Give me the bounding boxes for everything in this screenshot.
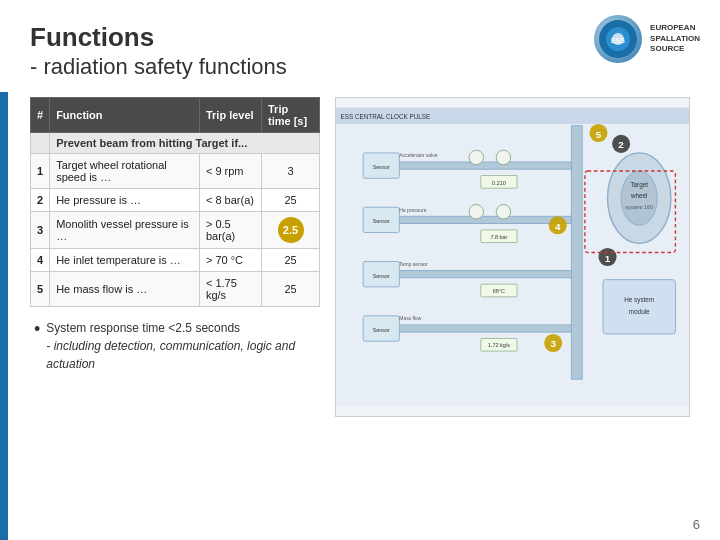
title-main: Functions (30, 22, 690, 53)
title-sub: - radiation safety functions (30, 53, 690, 82)
svg-text:0.210: 0.210 (492, 179, 506, 185)
bullet-dot: • (34, 320, 40, 338)
bullet-content: System response time <2.5 seconds - incl… (46, 319, 320, 373)
col-function: Function (50, 97, 200, 132)
row-trip-time: 25 (262, 248, 320, 271)
svg-text:68°C: 68°C (493, 288, 505, 294)
svg-text:7.8 bar: 7.8 bar (490, 234, 507, 240)
ess-logo: ESS (594, 15, 642, 63)
svg-text:He system: He system (624, 296, 654, 304)
row-function: He inlet temperature is … (50, 248, 200, 271)
row-trip-level: < 9 rpm (199, 153, 261, 188)
svg-point-30 (469, 204, 483, 218)
row-trip-time: 3 (262, 153, 320, 188)
svg-text:Sensor: Sensor (373, 327, 390, 333)
col-num: # (31, 97, 50, 132)
left-panel: # Function Trip level Trip time [s] Prev… (30, 97, 320, 417)
bullet-section: • System response time <2.5 seconds - in… (30, 319, 320, 373)
header: Functions - radiation safety functions E… (0, 0, 720, 92)
svg-text:Sensor: Sensor (373, 218, 390, 224)
row-num: 2 (31, 188, 50, 211)
svg-text:4: 4 (555, 221, 561, 232)
svg-text:system 160: system 160 (625, 204, 653, 210)
row-function: Target wheel rotational speed is … (50, 153, 200, 188)
svg-text:2: 2 (618, 139, 624, 150)
table-row: 4 He inlet temperature is … > 70 °C 25 (31, 248, 320, 271)
svg-point-28 (469, 150, 483, 164)
svg-text:Mass flow: Mass flow (399, 316, 421, 321)
page-number: 6 (693, 517, 700, 532)
svg-text:1: 1 (605, 252, 611, 263)
right-panel: ESS CENTRAL CLOCK PULSE Sensor Sensor Se… (335, 97, 690, 417)
row-function: He pressure is … (50, 188, 200, 211)
row-function: He mass flow is … (50, 271, 200, 306)
svg-text:Target: Target (630, 181, 648, 189)
row-trip-time: 2.5 (262, 211, 320, 248)
svg-text:module: module (629, 308, 650, 315)
content-area: # Function Trip level Trip time [s] Prev… (0, 92, 720, 422)
row-num: 5 (31, 271, 50, 306)
row-num: 3 (31, 211, 50, 248)
row-trip-level: < 8 bar(a) (199, 188, 261, 211)
row-trip-time: 25 (262, 271, 320, 306)
diagram-svg: ESS CENTRAL CLOCK PULSE Sensor Sensor Se… (336, 98, 689, 416)
table-row: 3 Monolith vessel pressure is … > 0.5 ba… (31, 211, 320, 248)
svg-text:wheel: wheel (630, 192, 648, 199)
svg-text:He pressure: He pressure (399, 208, 426, 213)
slide: Functions - radiation safety functions E… (0, 0, 720, 540)
col-trip-level: Trip level (199, 97, 261, 132)
bullet-text-normal: System response time <2.5 seconds (46, 319, 320, 337)
svg-text:ESS: ESS (611, 37, 625, 44)
logo-text: EUROPEAN SPALLATION SOURCE (650, 23, 700, 54)
bullet-item: • System response time <2.5 seconds - in… (34, 319, 320, 373)
table-row: 1 Target wheel rotational speed is … < 9… (31, 153, 320, 188)
logo-area: ESS EUROPEAN SPALLATION SOURCE (594, 15, 700, 63)
table-row: 5 He mass flow is … < 1.75 kg/s 25 (31, 271, 320, 306)
row-num: 1 (31, 153, 50, 188)
row-trip-level: < 1.75 kg/s (199, 271, 261, 306)
svg-text:Sensor: Sensor (373, 164, 390, 170)
row-trip-level: > 70 °C (199, 248, 261, 271)
svg-rect-11 (390, 325, 571, 332)
row-function: Monolith vessel pressure is … (50, 211, 200, 248)
functions-table: # Function Trip level Trip time [s] Prev… (30, 97, 320, 307)
svg-rect-10 (390, 270, 571, 277)
row-trip-time: 25 (262, 188, 320, 211)
table-row: 2 He pressure is … < 8 bar(a) 25 (31, 188, 320, 211)
col-trip-time: Trip time [s] (262, 97, 320, 132)
svg-text:Temp sensor: Temp sensor (399, 262, 428, 267)
highlighted-badge: 2.5 (278, 217, 304, 243)
svg-text:Accelerator valve: Accelerator valve (399, 153, 437, 158)
subheader-cell: Prevent beam from hitting Target if... (50, 132, 320, 153)
row-num: 4 (31, 248, 50, 271)
svg-text:ESS CENTRAL CLOCK PULSE: ESS CENTRAL CLOCK PULSE (341, 113, 431, 120)
svg-text:Sensor: Sensor (373, 273, 390, 279)
svg-rect-25 (603, 279, 675, 333)
row-trip-level: > 0.5 bar(a) (199, 211, 261, 248)
svg-text:1.72 kg/s: 1.72 kg/s (488, 342, 510, 348)
page-footer: 6 (693, 517, 700, 532)
svg-rect-7 (571, 126, 582, 379)
svg-text:3: 3 (550, 338, 556, 349)
svg-point-31 (496, 204, 510, 218)
table-subheader-row: Prevent beam from hitting Target if... (31, 132, 320, 153)
svg-text:5: 5 (596, 128, 602, 139)
bullet-text-italic: - including detection, communication, lo… (46, 337, 320, 373)
svg-point-29 (496, 150, 510, 164)
